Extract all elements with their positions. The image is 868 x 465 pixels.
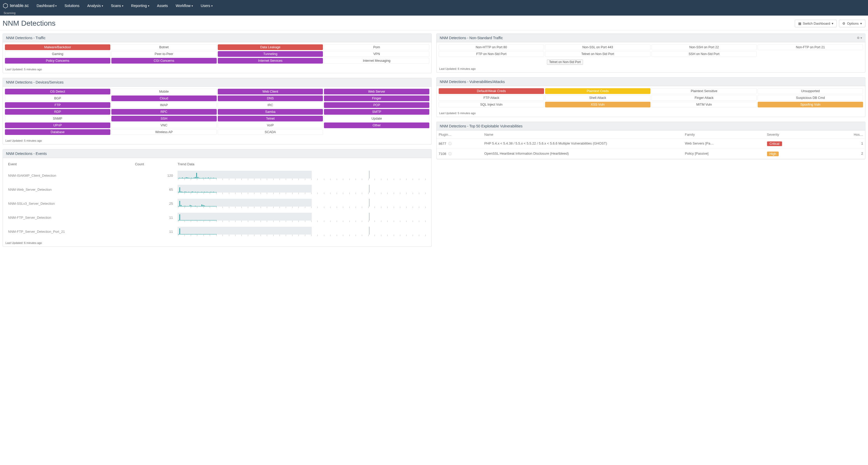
- top50-col-header[interactable]: Hos…: [829, 130, 865, 139]
- chip-rdp[interactable]: RDP: [5, 109, 110, 115]
- card-gear-icon[interactable]: ⚙ ▾: [857, 36, 862, 40]
- top50-col-header[interactable]: Plugin…: [437, 130, 482, 139]
- page-title: NNM Detections: [3, 19, 56, 28]
- chip-vpn[interactable]: VPN: [324, 51, 429, 57]
- nav-item-dashboard[interactable]: Dashboard▾: [33, 2, 60, 9]
- chip-cloud[interactable]: Cloud: [111, 95, 217, 101]
- chip-default-weak-creds[interactable]: Default/Weak Creds: [439, 88, 544, 94]
- chip-ftp-on-non-std-port[interactable]: FTP on Non-Std Port: [439, 51, 544, 57]
- chip-pop[interactable]: POP: [324, 102, 429, 108]
- chip-non-http-on-port-80[interactable]: Non-HTTP on Port 80: [439, 44, 544, 50]
- chip-data-leakage[interactable]: Data Leakage: [218, 44, 323, 50]
- severity-badge: Critical: [767, 142, 782, 146]
- chip-os-detect[interactable]: OS Detect: [5, 89, 110, 94]
- brand-logo[interactable]: tenable.sc: [3, 3, 29, 8]
- nav-item-scans[interactable]: Scans▾: [107, 2, 127, 9]
- chip-gaming[interactable]: Gaming: [5, 51, 110, 57]
- chip-plaintext-sensitive[interactable]: Plaintext Sensitive: [652, 88, 757, 94]
- chip-telnet-on-non-std-port[interactable]: Telnet on Non-Std Port: [545, 51, 650, 57]
- chip-ssh-on-non-std-port[interactable]: SSH on Non-Std Port: [652, 51, 757, 57]
- events-row[interactable]: NNM-Web_Server_Detection65: [6, 183, 428, 196]
- chip-malware-backdoor[interactable]: Malware/Backdoor: [5, 44, 110, 50]
- nav-item-analysis[interactable]: Analysis▾: [84, 2, 107, 9]
- switch-dashboard-button[interactable]: ▦ Switch Dashboard ▾: [795, 20, 837, 27]
- chip-update[interactable]: Update: [324, 116, 429, 121]
- chip-internet-services[interactable]: Internet Services: [218, 58, 323, 64]
- options-button[interactable]: ⚙ Options ▾: [839, 20, 865, 27]
- events-row[interactable]: NNM-FTP_Server_Detection_Port_2111: [6, 225, 428, 238]
- chip-snmp[interactable]: SNMP: [5, 116, 110, 121]
- chip-dns[interactable]: DNS: [218, 95, 323, 101]
- chip-web-client[interactable]: Web Client: [218, 89, 323, 94]
- chip-peer-to-peer[interactable]: Peer-to-Peer: [111, 51, 217, 57]
- chip-other[interactable]: Other: [324, 122, 429, 128]
- chip-xss-vuln[interactable]: XSS Vuln: [545, 102, 650, 107]
- chip-mitm-vuln[interactable]: MITM Vuln: [652, 102, 757, 107]
- chip-sql-inject-vuln[interactable]: SQL Inject Vuln: [439, 102, 544, 107]
- chip-porn[interactable]: Porn: [324, 44, 429, 50]
- card-title: NNM Detections - Devices/Services: [6, 80, 64, 84]
- chip-telnet[interactable]: Telnet: [218, 116, 323, 121]
- events-col-header[interactable]: Trend Data: [176, 160, 428, 168]
- events-row[interactable]: NNM-ISAKMP_Client_Detection120: [6, 169, 428, 182]
- chip-policy-concerns[interactable]: Policy Concerns: [5, 58, 110, 64]
- top50-col-header[interactable]: Severity: [765, 130, 829, 139]
- card-top50: NNM Detections - Top 50 Exploitable Vuln…: [436, 122, 865, 159]
- info-icon[interactable]: ⓘ: [448, 152, 452, 156]
- chip-irc[interactable]: IRC: [218, 102, 323, 108]
- chip-rpc[interactable]: RPC: [111, 109, 217, 115]
- chip-botnet[interactable]: Botnet: [111, 44, 217, 50]
- chip-non-ftp-on-port-21[interactable]: Non-FTP on Port 21: [758, 44, 863, 50]
- chip-shell-attack[interactable]: Shell Attack: [545, 95, 650, 101]
- events-col-header[interactable]: Count: [133, 160, 175, 168]
- events-row[interactable]: NNM-FTP_Server_Detection11: [6, 211, 428, 224]
- chip-plaintext-creds[interactable]: Plaintext Creds: [545, 88, 650, 94]
- nav-label: Workflow: [176, 4, 190, 8]
- chip-wireless-ap[interactable]: Wireless AP: [111, 129, 217, 135]
- nav-label: Reporting: [131, 4, 147, 8]
- top50-col-header[interactable]: Family: [683, 130, 765, 139]
- chip-suspicious-db-cmd[interactable]: Suspicious DB Cmd: [758, 95, 863, 101]
- chip-tunneling[interactable]: Tunneling: [218, 51, 323, 57]
- top50-row[interactable]: 8677 ⓘPHP 5.4.x < 5.4.38 / 5.5.x < 5.5.2…: [437, 139, 865, 149]
- chip-database[interactable]: Database: [5, 129, 110, 135]
- chip-scada[interactable]: SCADA: [218, 129, 323, 135]
- chip-ftp-attack[interactable]: FTP Attack: [439, 95, 544, 101]
- event-sparkline: [176, 197, 428, 210]
- chip-unsupported[interactable]: Unsupported: [758, 88, 863, 94]
- chip-samba[interactable]: Samba: [218, 109, 323, 115]
- chip-internet-messaging[interactable]: Internet Messaging: [324, 58, 429, 64]
- top50-row[interactable]: 7108 ⓘOpenSSL Heartbeat Information Disc…: [437, 149, 865, 159]
- event-name: NNM-SSLv3_Server_Detection: [6, 197, 132, 210]
- chip-upnp[interactable]: UPnP: [5, 122, 110, 128]
- chip-mobile[interactable]: Mobile: [111, 89, 217, 94]
- chip-bgp[interactable]: BGP: [5, 95, 110, 101]
- chip-spoofing-vuln[interactable]: Spoofing Vuln: [758, 102, 863, 107]
- chip-smtp[interactable]: SMTP: [324, 109, 429, 115]
- top50-col-header[interactable]: Name: [482, 130, 683, 139]
- nav-item-reporting[interactable]: Reporting▾: [127, 2, 153, 9]
- nav-label: Users: [200, 4, 210, 8]
- events-col-header[interactable]: Event: [6, 160, 132, 168]
- nav-item-assets[interactable]: Assets: [153, 2, 172, 9]
- events-row[interactable]: NNM-SSLv3_Server_Detection25: [6, 197, 428, 210]
- info-icon[interactable]: ⓘ: [448, 142, 452, 146]
- chip-vnc[interactable]: VNC: [111, 122, 217, 128]
- caret-down-icon: ▾: [860, 22, 862, 25]
- chip-finger[interactable]: Finger: [324, 95, 429, 101]
- vuln-name: OpenSSL Heartbeat Information Disclosure…: [482, 149, 683, 159]
- nav-item-solutions[interactable]: Solutions: [61, 2, 83, 9]
- nav-item-workflow[interactable]: Workflow▾: [172, 2, 196, 9]
- chip-voip[interactable]: VoIP: [218, 122, 323, 128]
- nav-label: Scans: [111, 4, 121, 8]
- chip-ssh[interactable]: SSH: [111, 116, 217, 121]
- chip-imap[interactable]: IMAP: [111, 102, 217, 108]
- chip-non-ssh-on-port-22[interactable]: Non-SSH on Port 22: [652, 44, 757, 50]
- chip-web-server[interactable]: Web Server: [324, 89, 429, 94]
- nav-item-users[interactable]: Users▾: [197, 2, 216, 9]
- chip-finger-attack[interactable]: Finger Attack: [652, 95, 757, 101]
- chip-non-ssl-on-port-443[interactable]: Non-SSL on Port 443: [545, 44, 650, 50]
- top-navbar: tenable.sc Dashboard▾SolutionsAnalysis▾S…: [0, 0, 868, 11]
- chip-ftp[interactable]: FTP: [5, 102, 110, 108]
- chip-cgi-concerns[interactable]: CGI Concerns: [111, 58, 217, 64]
